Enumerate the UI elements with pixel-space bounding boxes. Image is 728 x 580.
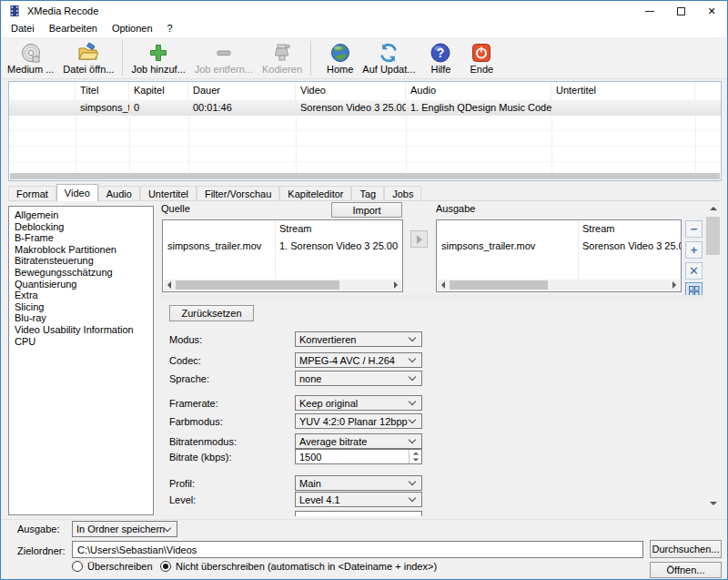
sidebar-item-bitratensteuerung[interactable]: Bitratensteuerung	[9, 255, 153, 267]
overwrite-radio[interactable]: Überschreiben	[72, 561, 153, 572]
help-button[interactable]: ? Hilfe	[425, 39, 456, 77]
farbmodus-select[interactable]: YUV 4:2:0 Planar 12bpp	[295, 413, 422, 429]
scrollbar-thumb[interactable]	[706, 217, 720, 255]
scroll-right-arrow[interactable]	[390, 280, 401, 290]
no-overwrite-radio[interactable]: Nicht überschreiben (automatisch in <Dat…	[160, 561, 437, 572]
close-button[interactable]: ✕	[696, 1, 727, 21]
toolbar-label: Datei öffn...	[63, 64, 114, 75]
output-horizontal-scrollbar[interactable]	[438, 280, 680, 290]
sprache-select[interactable]: none	[295, 371, 422, 386]
column-header-kapitel[interactable]: Kapitel	[129, 82, 188, 100]
sidebar-item-bewegungsschaetzung[interactable]: Bewegungsschätzung	[9, 267, 153, 279]
spin-down-button[interactable]	[410, 457, 421, 464]
framerate-select[interactable]: Keep original	[295, 395, 422, 411]
globe-icon	[329, 42, 351, 64]
toolbar-label: Hilfe	[430, 64, 450, 75]
column-header-untertitel[interactable]: Untertitel	[551, 82, 695, 100]
scrollbar-thumb[interactable]	[450, 280, 548, 290]
column-header-icon[interactable]	[9, 82, 76, 100]
bitratenmodus-select[interactable]: Average bitrate	[295, 433, 422, 449]
plus-icon: +	[691, 243, 698, 257]
target-folder-input[interactable]	[72, 541, 643, 558]
exit-button[interactable]: Ende	[465, 39, 498, 77]
source-file-cell[interactable]: simpsons_trailer.mov	[163, 239, 274, 253]
remove-stream-button[interactable]: −	[685, 220, 703, 238]
scroll-down-arrow[interactable]	[705, 496, 721, 511]
scrollbar-thumb[interactable]	[176, 280, 339, 290]
tab-jobs[interactable]: Jobs	[384, 186, 421, 201]
row-subtitle-cell	[551, 100, 695, 116]
add-job-icon	[147, 42, 169, 64]
tab-filter-vorschau[interactable]: Filter/Vorschau	[197, 186, 279, 201]
sidebar-item-b-frame[interactable]: B-Frame	[9, 232, 153, 244]
tab-format[interactable]: Format	[8, 186, 56, 201]
add-job-button[interactable]: Job hinzuf...	[126, 39, 189, 77]
selected-value: In Ordner speichern	[76, 524, 165, 534]
gridline	[406, 116, 407, 173]
transfer-stream-button[interactable]	[410, 230, 428, 248]
scroll-up-arrow[interactable]	[705, 201, 721, 216]
check-update-button[interactable]: Auf Updat...	[358, 39, 420, 77]
sidebar-item-makroblock[interactable]: Makroblock Partitionen	[9, 244, 153, 256]
scroll-right-arrow[interactable]	[669, 280, 680, 290]
menu-optionen[interactable]: Optionen	[105, 21, 160, 37]
menu-datei[interactable]: Datei	[4, 21, 42, 37]
import-button[interactable]: Import	[331, 202, 402, 218]
scrollbar-thumb[interactable]	[10, 173, 720, 179]
output-stream-cell[interactable]: Sorenson Video 3 25.00 Hz,	[578, 239, 681, 253]
encode-button[interactable]: Kodieren	[258, 39, 307, 77]
level-select[interactable]: Level 4.1	[295, 492, 422, 507]
tab-kapiteleditor[interactable]: Kapiteleditor	[279, 186, 351, 201]
sidebar-item-allgemein[interactable]: Allgemein	[9, 209, 153, 221]
tab-tag[interactable]: Tag	[351, 186, 384, 201]
scroll-left-arrow[interactable]	[164, 280, 175, 290]
sidebar-item-cpu[interactable]: CPU	[9, 336, 153, 348]
scroll-left-arrow[interactable]	[438, 280, 449, 290]
empty-rows-grid	[9, 116, 721, 173]
tab-video[interactable]: Video	[56, 184, 98, 201]
sidebar-item-deblocking[interactable]: Deblocking	[9, 221, 153, 233]
modus-select[interactable]: Konvertieren	[295, 331, 422, 347]
column-header-audio[interactable]: Audio	[406, 82, 551, 100]
table-row[interactable]: simpsons_t... 0 00:01:46 Sorenson Video …	[9, 100, 721, 116]
codec-select[interactable]: MPEG-4 AVC / H.264	[295, 352, 422, 368]
menu-bearbeiten[interactable]: Bearbeiten	[42, 21, 105, 37]
chevron-down-icon	[409, 416, 416, 423]
job-table-horizontal-scrollbar[interactable]	[10, 173, 720, 179]
open-medium-button[interactable]: Medium ...	[3, 39, 58, 77]
home-button[interactable]: Home	[322, 39, 358, 77]
sidebar-item-vui[interactable]: Video Usability Information	[9, 324, 153, 336]
up-triangle-icon	[710, 207, 717, 210]
column-header-titel[interactable]: Titel	[76, 82, 129, 100]
delete-stream-button[interactable]: ✕	[685, 262, 703, 280]
profil-select[interactable]: Main	[295, 475, 422, 491]
column-header-video[interactable]: Video	[296, 82, 406, 100]
tab-untertitel[interactable]: Untertitel	[140, 186, 197, 201]
output-mode-select[interactable]: In Ordner speichern	[72, 521, 177, 537]
output-file-cell[interactable]: simpsons_trailer.mov	[437, 239, 577, 253]
open-file-button[interactable]: Datei öffn...	[58, 39, 118, 77]
remove-job-button[interactable]: Job entfern...	[190, 39, 258, 77]
sidebar-item-quantisierung[interactable]: Quantisierung	[9, 279, 153, 290]
source-panel-label: Quelle	[161, 203, 190, 214]
menu-help[interactable]: ?	[160, 21, 180, 37]
open-folder-button[interactable]: Öffnen...	[650, 562, 722, 578]
bitrate-input[interactable]	[296, 450, 409, 463]
browse-button[interactable]: Durchsuchen...	[650, 540, 722, 558]
stream-column-header[interactable]: Stream	[578, 220, 680, 237]
maximize-button[interactable]	[665, 1, 696, 21]
tab-audio[interactable]: Audio	[98, 186, 140, 201]
source-horizontal-scrollbar[interactable]	[164, 280, 401, 290]
content-vertical-scrollbar[interactable]	[705, 201, 721, 511]
add-stream-button[interactable]: +	[685, 241, 703, 259]
source-stream-cell[interactable]: 1. Sorenson Video 3 25.00 Hz,	[275, 239, 400, 253]
sidebar-item-slicing[interactable]: Slicing	[9, 301, 153, 313]
selected-value: Main	[299, 478, 321, 489]
sidebar-item-blu-ray[interactable]: Blu-ray	[9, 312, 153, 324]
column-header-dauer[interactable]: Dauer	[188, 82, 296, 100]
stream-column-header[interactable]: Stream	[275, 220, 393, 237]
reset-button[interactable]: Zurücksetzen	[169, 305, 254, 321]
spin-up-button[interactable]	[410, 450, 421, 457]
minimize-button[interactable]	[634, 1, 665, 21]
sidebar-item-extra[interactable]: Extra	[9, 290, 153, 301]
